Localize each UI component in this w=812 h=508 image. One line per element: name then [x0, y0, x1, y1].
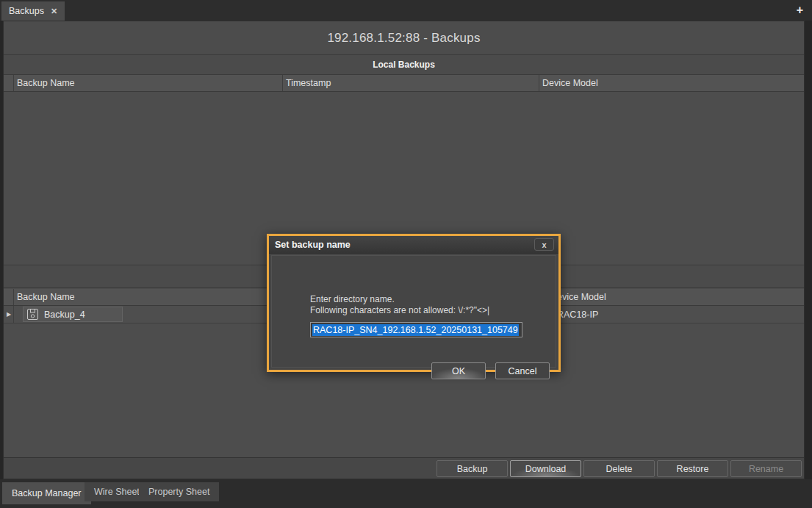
new-tab-icon[interactable]: + [797, 3, 803, 18]
floppy-disk-icon [26, 308, 39, 321]
tab-close-icon[interactable]: ✕ [51, 7, 57, 16]
dialog-message-line2: Following characters are not allowed: \/… [310, 305, 489, 316]
tab-backup-manager[interactable]: Backup Manager [2, 482, 91, 504]
set-backup-name-dialog: Set backup name x Enter directory name. … [267, 234, 561, 372]
backup-name-text: Backup_4 [44, 310, 85, 320]
ok-button[interactable]: OK [431, 362, 486, 379]
dialog-message: Enter directory name. Following characte… [310, 294, 489, 316]
bottom-tab-bar: Backup Manager Wire Sheet Property Sheet [0, 479, 812, 508]
delete-button[interactable]: Delete [583, 460, 655, 477]
top-tab-bar: Backups ✕ + [0, 0, 812, 21]
dialog-title-bar[interactable]: Set backup name [269, 236, 558, 254]
dialog-close-icon[interactable]: x [534, 238, 554, 251]
expander-icon[interactable]: ▶ [7, 311, 11, 318]
column-header-backup-name[interactable]: Backup Name [17, 289, 75, 305]
table-gutter [4, 289, 14, 305]
row-gutter: ▶ [4, 306, 14, 323]
tab-backups-label: Backups [9, 6, 44, 16]
column-divider[interactable] [539, 75, 539, 91]
backup-button[interactable]: Backup [436, 460, 508, 477]
column-header-timestamp[interactable]: Timestamp [286, 75, 331, 91]
dialog-message-line1: Enter directory name. [310, 294, 489, 305]
local-backups-section-title: Local Backups [4, 55, 804, 75]
tab-property-sheet[interactable]: Property Sheet [139, 482, 219, 501]
application-window: Backups ✕ + 192.168.1.52:88 - Backups Lo… [0, 0, 812, 508]
dialog-body: Enter directory name. Following characte… [269, 254, 558, 370]
table-gutter [4, 75, 14, 91]
page-title: 192.168.1.52:88 - Backups [4, 21, 804, 55]
dialog-title: Set backup name [275, 240, 351, 250]
action-button-bar: Backup Download Delete Restore Rename [4, 457, 804, 479]
backup-name-cell[interactable]: Backup_4 [23, 307, 123, 322]
download-button[interactable]: Download [510, 460, 581, 477]
cancel-button[interactable]: Cancel [495, 362, 550, 379]
tab-backups[interactable]: Backups ✕ [1, 1, 65, 21]
column-divider[interactable] [282, 75, 283, 91]
local-backups-table-header: Backup Name Timestamp Device Model [4, 75, 804, 92]
column-header-backup-name[interactable]: Backup Name [17, 75, 75, 91]
backup-name-input[interactable]: RAC18-IP_SN4_192.168.1.52_20250131_10574… [310, 322, 522, 337]
device-model-cell: RAC18-IP [557, 306, 598, 323]
rename-button[interactable]: Rename [730, 460, 802, 477]
input-selected-text: RAC18-IP_SN4_192.168.1.52_20250131_10574… [312, 324, 519, 336]
column-header-device-model[interactable]: Device Model [542, 75, 598, 91]
restore-button[interactable]: Restore [657, 460, 728, 477]
